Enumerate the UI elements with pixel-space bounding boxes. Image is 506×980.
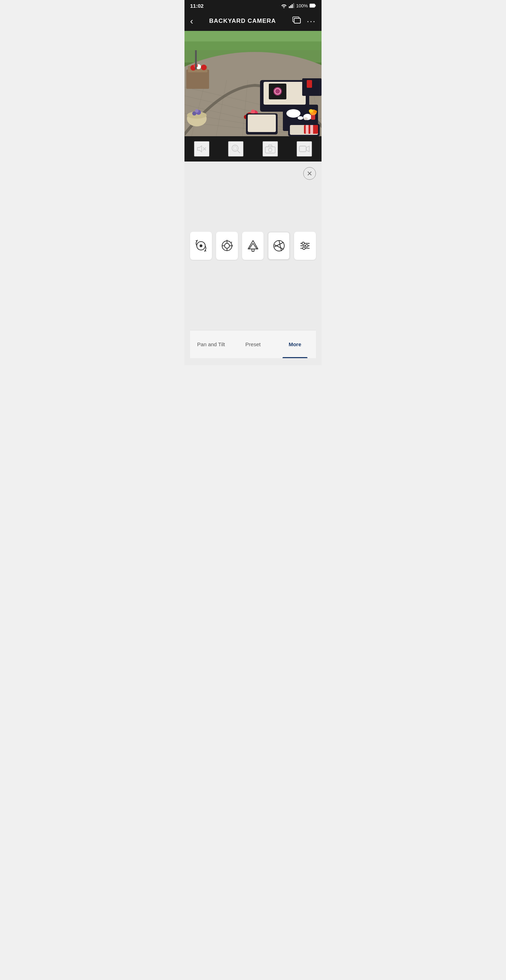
back-button[interactable]: ‹: [190, 16, 193, 27]
svg-point-75: [233, 146, 237, 150]
tab-preset[interactable]: Preset: [232, 331, 274, 358]
svg-point-103: [302, 242, 305, 245]
signal-icon: [289, 3, 294, 8]
tab-pan-tilt[interactable]: Pan and Tilt: [190, 331, 232, 358]
mute-button[interactable]: [194, 141, 209, 157]
svg-line-97: [279, 240, 281, 251]
svg-marker-70: [198, 146, 202, 152]
svg-rect-30: [195, 48, 197, 70]
svg-point-105: [303, 247, 305, 250]
svg-rect-76: [265, 147, 275, 153]
privacy-button[interactable]: [242, 232, 264, 260]
svg-point-37: [195, 109, 198, 113]
status-icons: 100%: [281, 3, 316, 8]
tab-more-label: More: [289, 341, 301, 347]
battery-text: 100%: [296, 3, 308, 8]
svg-point-83: [200, 245, 202, 247]
svg-point-104: [306, 245, 308, 247]
tab-more[interactable]: More: [274, 331, 316, 358]
page-title: BACKYARD CAMERA: [209, 18, 276, 25]
svg-marker-94: [249, 243, 257, 249]
settings-button[interactable]: [294, 232, 316, 260]
svg-rect-7: [294, 18, 300, 23]
more-button[interactable]: ···: [307, 16, 316, 26]
battery-icon: [310, 3, 316, 8]
svg-rect-78: [299, 146, 306, 152]
svg-point-42: [251, 110, 255, 114]
svg-rect-5: [315, 5, 316, 7]
camera-feed-image: [185, 31, 321, 136]
svg-point-73: [232, 145, 238, 151]
svg-line-91: [231, 242, 232, 243]
svg-point-59: [309, 109, 313, 113]
svg-point-55: [298, 116, 303, 120]
svg-rect-3: [293, 3, 294, 8]
svg-rect-66: [306, 125, 308, 134]
close-button[interactable]: [303, 167, 316, 180]
panel-area: Pan and Tilt Preset More: [185, 162, 321, 365]
svg-rect-69: [185, 31, 321, 41]
svg-rect-95: [252, 249, 254, 251]
svg-marker-79: [306, 146, 309, 152]
status-time: 11:02: [190, 3, 203, 9]
feature-icons-row: [190, 232, 316, 260]
tab-pan-tilt-label: Pan and Tilt: [197, 341, 225, 347]
tab-bar: Pan and Tilt Preset More: [190, 330, 316, 358]
svg-line-99: [275, 245, 284, 249]
svg-line-98: [275, 242, 284, 247]
nav-left: ‹: [190, 16, 193, 27]
svg-line-74: [238, 151, 240, 153]
svg-point-77: [268, 148, 272, 152]
camera-feed: [185, 31, 321, 136]
svg-rect-4: [310, 4, 315, 7]
svg-rect-24: [186, 70, 209, 89]
nav-right: ···: [292, 16, 316, 26]
layout-icon[interactable]: [292, 16, 301, 26]
svg-point-85: [225, 243, 230, 248]
svg-point-28: [201, 65, 207, 70]
snapshot-button[interactable]: [262, 141, 278, 157]
svg-marker-93: [248, 240, 258, 249]
zoom-button[interactable]: [228, 141, 244, 157]
svg-rect-67: [310, 125, 313, 134]
tab-preset-label: Preset: [245, 341, 260, 347]
camera-controls: [185, 136, 321, 162]
svg-point-53: [286, 109, 300, 118]
svg-rect-2: [292, 4, 293, 8]
svg-rect-62: [248, 115, 276, 132]
wifi-icon: [281, 3, 287, 8]
ptz-button[interactable]: [216, 232, 238, 260]
pan-tilt-button[interactable]: [190, 232, 212, 260]
record-button[interactable]: [297, 141, 312, 157]
svg-rect-51: [307, 80, 312, 88]
svg-rect-0: [289, 6, 290, 8]
svg-point-60: [313, 110, 317, 113]
aperture-button[interactable]: [268, 232, 290, 260]
svg-rect-1: [290, 5, 291, 8]
svg-point-96: [274, 240, 284, 251]
svg-point-56: [303, 117, 308, 120]
nav-bar: ‹ BACKYARD CAMERA ···: [185, 11, 321, 31]
status-bar: 11:02 100%: [185, 0, 321, 11]
